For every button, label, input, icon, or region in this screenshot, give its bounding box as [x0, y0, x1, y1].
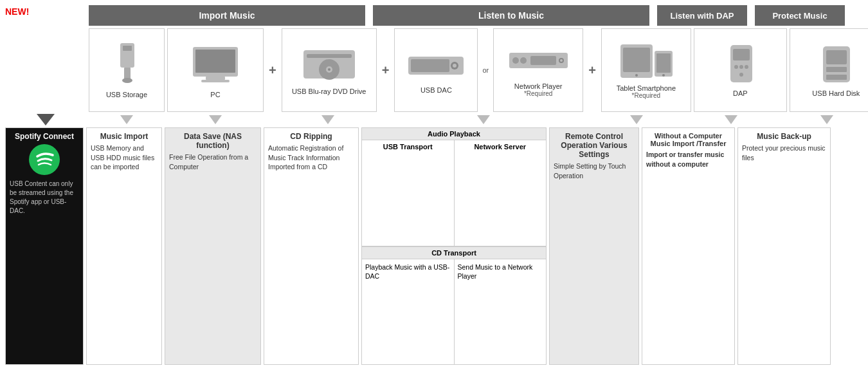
svg-point-12	[328, 68, 330, 71]
audio-playback-header: Audio Playback	[362, 128, 546, 140]
arrow-pc	[167, 115, 264, 124]
svg-rect-9	[307, 54, 352, 58]
data-save-body: Free File Operation from a Computer	[169, 153, 257, 171]
music-backup-body: Protect your precious music files	[742, 143, 826, 162]
arrow-harddisk	[780, 115, 868, 124]
svg-rect-24	[623, 48, 650, 72]
bluray-label: USB Blu-ray DVD Drive	[292, 88, 366, 95]
usb-storage-cell: USB Storage	[89, 28, 165, 112]
new-label: NEW!	[5, 6, 29, 17]
svg-rect-36	[826, 50, 847, 64]
usbdac-label: USB DAC	[420, 86, 452, 94]
dap-cell: DAP	[694, 28, 787, 112]
harddisk-icon	[815, 44, 857, 86]
or-label: or	[480, 28, 491, 112]
spotify-title: Spotify Connect	[10, 132, 79, 141]
svg-rect-30	[733, 49, 750, 60]
import-music-header: Import Music	[89, 5, 365, 26]
svg-rect-6	[206, 77, 225, 80]
network-server-body: Send Music to a Network Player	[455, 259, 547, 365]
plus-icon-1: +	[266, 28, 279, 112]
svg-point-18	[512, 57, 519, 64]
svg-rect-27	[656, 53, 671, 73]
arrow-tablet	[592, 115, 682, 124]
bluray-icon	[300, 45, 358, 84]
pc-label: PC	[210, 91, 220, 98]
without-computer-body: Import or transfer music without a compu…	[646, 150, 730, 169]
svg-point-28	[662, 74, 665, 77]
audio-playback-title: Audio Playback	[428, 130, 480, 138]
listen-to-music-header: Listen to Music	[373, 5, 649, 26]
svg-rect-20	[530, 56, 556, 65]
usb-storage-label: USB Storage	[106, 91, 147, 98]
plus-icon-3: +	[586, 28, 599, 112]
svg-rect-14	[411, 59, 449, 72]
tablet-required: *Required	[632, 92, 660, 99]
remote-control-title: Remote Control Operation Various Setting…	[554, 132, 635, 159]
pc-icon	[190, 42, 241, 87]
arrow-spotify	[5, 114, 86, 125]
remote-control-cell: Remote Control Operation Various Setting…	[549, 127, 639, 365]
cd-ripping-cell: CD Ripping Automatic Registration of Mus…	[264, 127, 359, 365]
without-computer-cell: Without a Computer Music Import /Transfe…	[642, 127, 735, 365]
usb-transport-body: Playback Music with a USB-DAC	[362, 259, 455, 365]
svg-point-22	[560, 59, 563, 62]
svg-point-16	[453, 64, 457, 68]
svg-point-33	[745, 65, 748, 69]
networkplayer-icon	[508, 43, 569, 79]
svg-rect-38	[826, 75, 847, 80]
spotify-cell: Spotify Connect USB Content can only be …	[5, 127, 84, 365]
svg-rect-2	[124, 68, 131, 79]
usbdac-cell: USB DAC	[394, 28, 478, 112]
plus-icon-2: +	[379, 28, 392, 112]
networkplayer-label: Network Player	[514, 82, 563, 90]
data-save-title: Data Save (NAS function)	[169, 132, 257, 150]
arrow-bluray	[280, 115, 375, 124]
cd-ripping-body: Automatic Registration of Music Track In…	[268, 143, 354, 172]
audio-playback-cell: Audio Playback USB Transport Network Ser…	[361, 127, 547, 365]
pc-cell: PC	[167, 28, 264, 112]
music-backup-title: Music Back-up	[742, 132, 826, 141]
usbdac-icon	[407, 47, 465, 82]
tablet-label: Tablet Smartphone	[617, 84, 676, 92]
dap-label: DAP	[733, 89, 748, 97]
music-import-cell: Music Import USB Memory and USB HDD musi…	[86, 127, 162, 365]
without-computer-title: Without a Computer Music Import /Transfe…	[646, 132, 730, 147]
music-import-body: USB Memory and USB HDD music files can b…	[91, 143, 158, 172]
data-save-cell: Data Save (NAS function) Free File Opera…	[165, 127, 261, 365]
usb-storage-icon	[107, 42, 146, 87]
arrow-dap	[684, 115, 777, 124]
svg-rect-5	[195, 50, 235, 73]
svg-point-25	[635, 74, 638, 77]
networkplayer-cell: Network Player *Required	[493, 28, 583, 112]
arrow-audio	[392, 115, 575, 124]
spotify-logo	[10, 143, 79, 176]
svg-point-3	[122, 78, 132, 83]
usb-transport-label: USB Transport	[362, 140, 455, 246]
listen-with-dap-header: Listen with DAP	[657, 5, 747, 26]
svg-point-34	[739, 73, 743, 77]
dap-icon	[723, 44, 758, 86]
tablet-cell: Tablet Smartphone *Required	[601, 28, 691, 112]
remote-control-body: Simple Setting by Touch Operation	[554, 162, 635, 180]
cd-ripping-title: CD Ripping	[268, 132, 354, 141]
music-import-title: Music Import	[91, 132, 158, 141]
arrow-usb	[89, 115, 165, 124]
svg-point-19	[520, 57, 527, 64]
svg-rect-1	[123, 46, 132, 51]
svg-point-32	[739, 65, 743, 69]
harddisk-cell: USB Hard Disk	[790, 28, 868, 112]
svg-rect-7	[201, 80, 230, 82]
network-server-label: Network Server	[455, 140, 547, 246]
tablet-icon	[617, 42, 675, 80]
networkplayer-required: *Required	[524, 90, 552, 97]
svg-rect-37	[826, 67, 847, 72]
music-backup-cell: Music Back-up Protect your precious musi…	[737, 127, 831, 365]
harddisk-label: USB Hard Disk	[812, 89, 860, 97]
cd-transport-header: CD Transport	[362, 246, 546, 259]
bluray-cell: USB Blu-ray DVD Drive	[282, 28, 377, 112]
protect-music-header: Protect Music	[755, 5, 845, 26]
svg-point-31	[734, 65, 738, 69]
spotify-body: USB Content can only be streamed using t…	[10, 180, 79, 216]
